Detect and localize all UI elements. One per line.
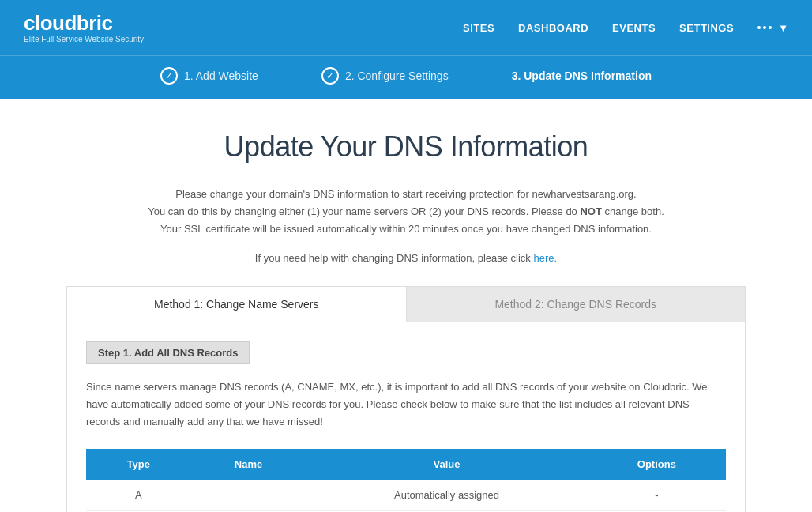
table-header: Type Name Value Options — [86, 449, 726, 480]
brand-name: cloudbric — [24, 13, 144, 33]
cell-value: Automatically assigned — [306, 480, 587, 511]
intro-line2: You can do this by changing either (1) y… — [66, 203, 746, 220]
wizard-bar: ✓ 1. Add Website ✓ 2. Configure Settings… — [0, 55, 812, 99]
step-badge: Step 1. Add All DNS Records — [86, 341, 250, 364]
step1-label: 1. Add Website — [184, 70, 258, 82]
cell-name — [191, 480, 306, 511]
step-description: Since name servers manage DNS records (A… — [86, 378, 726, 431]
not-text: NOT — [580, 205, 601, 217]
intro-paragraph: Please change your domain's DNS informat… — [66, 186, 746, 238]
method-tab-1[interactable]: Method 1: Change Name Servers — [67, 287, 407, 322]
col-type: Type — [86, 449, 191, 480]
method-tabs: Method 1: Change Name Servers Method 2: … — [66, 286, 746, 322]
step3-label: 3. Update DNS Information — [512, 70, 652, 82]
navbar: cloudbric Elite Full Service Website Sec… — [0, 0, 812, 55]
col-value: Value — [306, 449, 587, 480]
cell-options: - — [588, 480, 726, 511]
step-section: Step 1. Add All DNS Records Since name s… — [66, 322, 746, 512]
col-name: Name — [191, 449, 306, 480]
step2-label: 2. Configure Settings — [345, 70, 449, 82]
nav-dashboard[interactable]: DASHBOARD — [518, 22, 588, 34]
brand-tagline: Elite Full Service Website Security — [24, 35, 144, 43]
table-body: A Automatically assigned - — [86, 480, 726, 511]
step1-check-icon: ✓ — [160, 67, 178, 85]
wizard-step-2[interactable]: ✓ 2. Configure Settings — [321, 67, 449, 85]
dns-table: Type Name Value Options A Automatically … — [86, 449, 726, 511]
dropdown-icon: ▼ — [778, 22, 788, 34]
wizard-step-3[interactable]: 3. Update DNS Information — [512, 70, 652, 82]
user-dots — [757, 26, 772, 29]
user-menu[interactable]: ▼ — [757, 22, 788, 34]
method-tab-2[interactable]: Method 2: Change DNS Records — [407, 287, 746, 322]
nav-links: SITES DASHBOARD EVENTS SETTINGS — [463, 21, 734, 34]
nav-settings[interactable]: SETTINGS — [679, 22, 734, 34]
col-options: Options — [588, 449, 726, 480]
intro-line3: Your SSL certificate will be issued auto… — [66, 220, 746, 238]
nav-sites[interactable]: SITES — [463, 22, 494, 34]
main-content: Update Your DNS Information Please chang… — [51, 99, 761, 512]
help-link[interactable]: here. — [534, 252, 558, 264]
intro-line1: Please change your domain's DNS informat… — [66, 186, 746, 203]
nav-events[interactable]: EVENTS — [612, 22, 656, 34]
wizard-step-1[interactable]: ✓ 1. Add Website — [160, 67, 258, 85]
page-title: Update Your DNS Information — [66, 130, 746, 164]
table-row: A Automatically assigned - — [86, 480, 726, 511]
help-line: If you need help with changing DNS infor… — [66, 252, 746, 264]
step2-check-icon: ✓ — [321, 67, 339, 85]
brand-logo[interactable]: cloudbric Elite Full Service Website Sec… — [24, 13, 144, 43]
cell-type: A — [86, 480, 191, 511]
